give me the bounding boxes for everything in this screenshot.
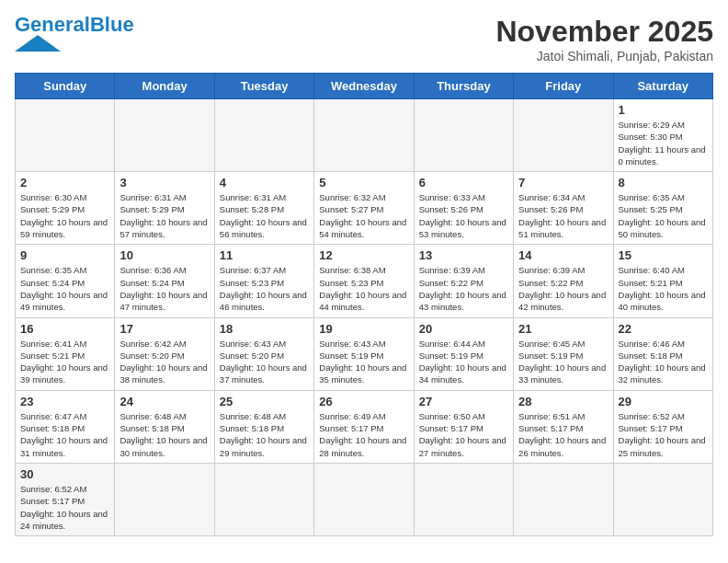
header-wednesday: Wednesday: [314, 74, 414, 99]
svg-marker-0: [15, 35, 61, 52]
day-info: Sunrise: 6:47 AM Sunset: 5:18 PM Dayligh…: [20, 410, 109, 459]
calendar-day: 12Sunrise: 6:38 AM Sunset: 5:23 PM Dayli…: [314, 245, 414, 317]
day-number: 30: [20, 467, 109, 481]
calendar-day: 15Sunrise: 6:40 AM Sunset: 5:21 PM Dayli…: [613, 245, 712, 317]
day-number: 27: [419, 395, 508, 408]
calendar-day: 10Sunrise: 6:36 AM Sunset: 5:24 PM Dayli…: [115, 245, 214, 317]
day-info: Sunrise: 6:42 AM Sunset: 5:20 PM Dayligh…: [119, 338, 209, 386]
day-number: 14: [518, 248, 608, 262]
day-info: Sunrise: 6:43 AM Sunset: 5:19 PM Dayligh…: [319, 338, 408, 386]
day-number: 6: [419, 176, 508, 190]
day-info: Sunrise: 6:30 AM Sunset: 5:29 PM Dayligh…: [20, 191, 109, 240]
day-info: Sunrise: 6:41 AM Sunset: 5:21 PM Dayligh…: [20, 338, 109, 386]
calendar-day: [514, 463, 613, 535]
calendar-day: [115, 99, 214, 172]
calendar-day: [514, 99, 613, 172]
logo-blue: Blue: [90, 13, 134, 36]
calendar-day: 9Sunrise: 6:35 AM Sunset: 5:24 PM Daylig…: [16, 245, 115, 317]
header-friday: Friday: [514, 74, 613, 99]
day-number: 13: [419, 248, 508, 262]
day-info: Sunrise: 6:48 AM Sunset: 5:18 PM Dayligh…: [220, 410, 309, 459]
day-info: Sunrise: 6:33 AM Sunset: 5:26 PM Dayligh…: [419, 191, 508, 240]
calendar-day: [115, 463, 214, 535]
calendar-row: 1Sunrise: 6:29 AM Sunset: 5:30 PM Daylig…: [16, 99, 713, 172]
day-number: 3: [119, 176, 209, 190]
calendar-day: 17Sunrise: 6:42 AM Sunset: 5:20 PM Dayli…: [115, 317, 214, 390]
day-number: 18: [220, 322, 309, 336]
calendar-day: 18Sunrise: 6:43 AM Sunset: 5:20 PM Dayli…: [214, 317, 313, 390]
day-info: Sunrise: 6:35 AM Sunset: 5:25 PM Dayligh…: [619, 191, 708, 240]
calendar-day: 8Sunrise: 6:35 AM Sunset: 5:25 PM Daylig…: [613, 172, 712, 245]
day-number: 8: [619, 176, 708, 190]
calendar-day: 6Sunrise: 6:33 AM Sunset: 5:26 PM Daylig…: [414, 172, 513, 245]
day-info: Sunrise: 6:38 AM Sunset: 5:23 PM Dayligh…: [319, 264, 408, 313]
day-info: Sunrise: 6:44 AM Sunset: 5:19 PM Dayligh…: [419, 338, 508, 386]
day-number: 2: [20, 176, 109, 190]
calendar-day: 13Sunrise: 6:39 AM Sunset: 5:22 PM Dayli…: [414, 245, 513, 317]
day-number: 7: [518, 176, 608, 190]
day-number: 10: [119, 248, 209, 262]
day-number: 16: [20, 322, 109, 336]
day-number: 26: [319, 395, 408, 408]
calendar-day: [613, 463, 712, 535]
day-info: Sunrise: 6:29 AM Sunset: 5:30 PM Dayligh…: [619, 119, 708, 167]
calendar-day: 30Sunrise: 6:52 AM Sunset: 5:17 PM Dayli…: [16, 463, 115, 535]
day-info: Sunrise: 6:51 AM Sunset: 5:17 PM Dayligh…: [518, 410, 608, 459]
calendar-day: [314, 463, 414, 535]
day-number: 17: [119, 322, 209, 336]
day-info: Sunrise: 6:52 AM Sunset: 5:17 PM Dayligh…: [619, 410, 708, 459]
page-header: GeneralBlue November 2025 Jatoi Shimali,…: [15, 15, 713, 63]
day-number: 9: [20, 248, 109, 262]
day-number: 24: [119, 395, 209, 408]
calendar-day: 21Sunrise: 6:45 AM Sunset: 5:19 PM Dayli…: [514, 317, 613, 390]
calendar-day: [314, 99, 414, 172]
logo-icon: [15, 35, 61, 52]
day-info: Sunrise: 6:46 AM Sunset: 5:18 PM Dayligh…: [619, 338, 708, 386]
calendar-day: 23Sunrise: 6:47 AM Sunset: 5:18 PM Dayli…: [16, 390, 115, 463]
logo-general: General: [15, 13, 90, 36]
day-number: 19: [319, 322, 408, 336]
calendar-day: 28Sunrise: 6:51 AM Sunset: 5:17 PM Dayli…: [514, 390, 613, 463]
day-info: Sunrise: 6:31 AM Sunset: 5:29 PM Dayligh…: [119, 191, 209, 240]
day-number: 28: [518, 395, 608, 408]
calendar-row: 30Sunrise: 6:52 AM Sunset: 5:17 PM Dayli…: [16, 463, 713, 535]
day-number: 22: [619, 322, 708, 336]
day-number: 11: [220, 248, 309, 262]
calendar-day: 2Sunrise: 6:30 AM Sunset: 5:29 PM Daylig…: [16, 172, 115, 245]
calendar-row: 23Sunrise: 6:47 AM Sunset: 5:18 PM Dayli…: [16, 390, 713, 463]
title-area: November 2025 Jatoi Shimali, Punjab, Pak…: [495, 15, 713, 63]
day-info: Sunrise: 6:45 AM Sunset: 5:19 PM Dayligh…: [518, 338, 608, 386]
calendar-day: 24Sunrise: 6:48 AM Sunset: 5:18 PM Dayli…: [115, 390, 214, 463]
calendar-day: [214, 463, 313, 535]
calendar-day: 19Sunrise: 6:43 AM Sunset: 5:19 PM Dayli…: [314, 317, 414, 390]
header-monday: Monday: [115, 74, 214, 99]
month-title: November 2025: [495, 15, 713, 49]
day-number: 21: [518, 322, 608, 336]
day-info: Sunrise: 6:40 AM Sunset: 5:21 PM Dayligh…: [619, 264, 708, 313]
day-info: Sunrise: 6:35 AM Sunset: 5:24 PM Dayligh…: [20, 264, 109, 313]
calendar-day: 29Sunrise: 6:52 AM Sunset: 5:17 PM Dayli…: [613, 390, 712, 463]
day-info: Sunrise: 6:39 AM Sunset: 5:22 PM Dayligh…: [518, 264, 608, 313]
calendar-row: 9Sunrise: 6:35 AM Sunset: 5:24 PM Daylig…: [16, 245, 713, 317]
calendar-day: 16Sunrise: 6:41 AM Sunset: 5:21 PM Dayli…: [16, 317, 115, 390]
day-number: 23: [20, 395, 109, 408]
calendar-day: [414, 99, 513, 172]
day-number: 20: [419, 322, 508, 336]
calendar-day: 25Sunrise: 6:48 AM Sunset: 5:18 PM Dayli…: [214, 390, 313, 463]
calendar-day: 4Sunrise: 6:31 AM Sunset: 5:28 PM Daylig…: [214, 172, 313, 245]
calendar-day: 20Sunrise: 6:44 AM Sunset: 5:19 PM Dayli…: [414, 317, 513, 390]
calendar-day: 27Sunrise: 6:50 AM Sunset: 5:17 PM Dayli…: [414, 390, 513, 463]
calendar-day: [214, 99, 313, 172]
logo-text: GeneralBlue: [15, 15, 134, 35]
day-info: Sunrise: 6:37 AM Sunset: 5:23 PM Dayligh…: [220, 264, 309, 313]
calendar-day: 11Sunrise: 6:37 AM Sunset: 5:23 PM Dayli…: [214, 245, 313, 317]
day-info: Sunrise: 6:43 AM Sunset: 5:20 PM Dayligh…: [220, 338, 309, 386]
calendar-day: [16, 99, 115, 172]
calendar-day: 3Sunrise: 6:31 AM Sunset: 5:29 PM Daylig…: [115, 172, 214, 245]
day-number: 1: [619, 103, 708, 117]
calendar-day: [414, 463, 513, 535]
calendar-day: 26Sunrise: 6:49 AM Sunset: 5:17 PM Dayli…: [314, 390, 414, 463]
header-saturday: Saturday: [613, 74, 712, 99]
calendar-day: 1Sunrise: 6:29 AM Sunset: 5:30 PM Daylig…: [613, 99, 712, 172]
calendar-day: 14Sunrise: 6:39 AM Sunset: 5:22 PM Dayli…: [514, 245, 613, 317]
